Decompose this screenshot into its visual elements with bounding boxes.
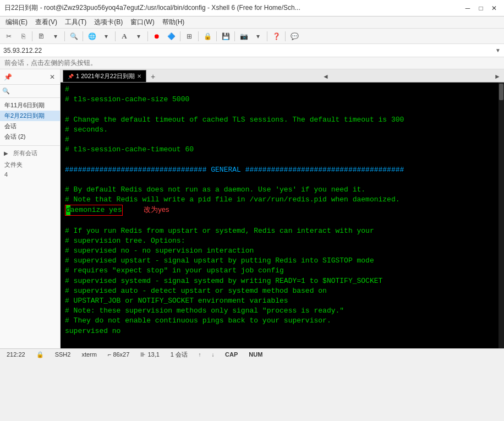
tab-nav-left[interactable]: ◄: [321, 71, 330, 82]
toolbar-btn-9[interactable]: ⊞: [183, 30, 196, 42]
terminal-container: # # tls-session-cache-size 5000 # Change…: [61, 83, 504, 348]
sidebar-item-feb[interactable]: 年2月22日到期: [0, 111, 60, 121]
window-title: 日22日到期 - root@iZwz923puo56yoq4a7egutZ:/u…: [4, 3, 462, 13]
sidebar-search-input[interactable]: [11, 88, 58, 95]
main-body: 📌 ✕ 🔍 年11月6日到期 年2月22日到期 会话 会话 (2) ▶ 所有会话…: [0, 69, 504, 348]
new-tab-button[interactable]: +: [147, 71, 158, 82]
sidebar-sessions: 年11月6日到期 年2月22日到期 会话 会话 (2): [0, 98, 60, 144]
sidebar-pin-button[interactable]: 📌: [3, 73, 12, 81]
scrollbar-thumb[interactable]: [499, 84, 503, 100]
sidebar-search-container: 🔍: [0, 85, 60, 98]
menu-bar: 编辑(E) 查看(V) 工具(T) 选项卡(B) 窗口(W) 帮助(H): [0, 17, 504, 29]
status-down-button[interactable]: ↓: [209, 350, 217, 359]
toolbar-sep-5: [147, 31, 148, 41]
sidebar-item-nov[interactable]: 年11月6日到期: [0, 100, 60, 111]
term-line-blank1: [65, 216, 494, 226]
term-line-24: # They do not enable continuous pings ba…: [65, 316, 494, 326]
daemonize-box: daemonize yes: [65, 205, 123, 216]
sidebar-folder-label: 文件夹: [0, 160, 60, 170]
status-datetime: 212:22: [3, 351, 29, 358]
toolbar-btn-2[interactable]: ⎘: [17, 30, 30, 42]
toolbar-sep-2: [64, 31, 65, 41]
toolbar-sep-9: [234, 31, 235, 41]
status-encoding: xterm: [78, 351, 100, 358]
toolbar-btn-1[interactable]: ✂: [2, 30, 15, 42]
term-line-5: # seconds.: [65, 125, 494, 135]
toolbar-btn-dropdown2[interactable]: ▾: [100, 30, 113, 42]
toolbar-sep-4: [115, 31, 116, 41]
menu-tab[interactable]: 选项卡(B): [91, 17, 126, 28]
toolbar-btn-5[interactable]: 🌐: [85, 30, 98, 42]
term-line-16: # supervision tree. Options:: [65, 236, 494, 246]
toolbar-btn-chat[interactable]: 💬: [288, 30, 301, 42]
tab-nav-right[interactable]: ►: [493, 71, 502, 82]
menu-tools[interactable]: 工具(T): [62, 17, 90, 28]
toolbar-btn-6[interactable]: A: [118, 30, 131, 42]
menu-edit[interactable]: 编辑(E): [2, 17, 31, 28]
term-line-9: ################################# GENERA…: [65, 165, 494, 175]
terminal[interactable]: # # tls-session-cache-size 5000 # Change…: [61, 83, 498, 348]
status-sessions: 1 会话: [167, 351, 191, 359]
toolbar-btn-dropdown3[interactable]: ▾: [132, 30, 145, 42]
term-line-1: #: [65, 85, 494, 95]
sidebar-expand-icon[interactable]: ▶: [2, 150, 10, 157]
toolbar-btn-4[interactable]: 🔍: [67, 30, 80, 42]
toolbar-sep-10: [267, 31, 267, 41]
term-line-7: # tls-session-cache-timeout 60: [65, 145, 494, 155]
address-dropdown[interactable]: ▼: [495, 47, 501, 53]
cursor-char: d: [66, 205, 70, 215]
status-up-button[interactable]: ↑: [195, 350, 204, 359]
tab-0[interactable]: 📌 1 2021年2月22日到期 ✕: [63, 70, 146, 82]
sidebar-expand-row: ▶ 所有会话: [0, 147, 60, 160]
menu-window[interactable]: 窗口(W): [127, 17, 157, 28]
term-line-19: # requires "expect stop" in your upstart…: [65, 266, 494, 276]
annotation-gaiweiyes: 改为yes: [144, 205, 169, 214]
sidebar-item-session2[interactable]: 会话 (2): [0, 132, 60, 142]
status-dimensions: ⌐ 86x27: [105, 351, 133, 358]
toolbar-btn-7[interactable]: ⏺: [150, 30, 163, 42]
term-line-3: [65, 105, 494, 114]
sidebar-header: 📌 ✕: [0, 69, 60, 85]
menu-view[interactable]: 查看(V): [32, 17, 61, 28]
toolbar-sep-11: [285, 31, 286, 41]
term-line-8: [65, 155, 494, 165]
tab-close-0[interactable]: ✕: [137, 73, 141, 79]
tab-pin-icon: 📌: [68, 74, 74, 79]
address-text: 35.93.212.22: [3, 47, 495, 54]
menu-help[interactable]: 帮助(H): [159, 17, 188, 28]
toolbar-btn-10[interactable]: 🔒: [201, 30, 214, 42]
minimize-button[interactable]: ─: [462, 3, 473, 13]
toolbar-sep-3: [83, 31, 83, 41]
sidebar-divider: [0, 145, 60, 146]
toolbar: ✂ ⎘ 🖹 ▾ 🔍 🌐 ▾ A ▾ ⏺ 🔷 ⊞ 🔒 💾 📷 ▾ ❓ 💬: [0, 29, 504, 44]
term-line-2: # tls-session-cache-size 5000: [65, 95, 494, 105]
hint-text: 前会话，点击左侧的箭头按钮。: [4, 58, 97, 68]
toolbar-btn-dropdown4[interactable]: ▾: [251, 30, 265, 42]
toolbar-sep-8: [216, 31, 217, 41]
sidebar-all-sessions[interactable]: 所有会话: [10, 148, 41, 158]
toolbar-btn-8[interactable]: 🔷: [165, 30, 178, 42]
toolbar-btn-camera[interactable]: 📷: [237, 30, 250, 42]
maximize-button[interactable]: □: [475, 3, 486, 13]
sidebar-close-button[interactable]: ✕: [48, 73, 57, 81]
terminal-scrollbar[interactable]: [498, 83, 504, 348]
toolbar-btn-dropdown[interactable]: ▾: [49, 30, 62, 42]
term-line-23: # Note: these supervision methods only s…: [65, 306, 494, 316]
toolbar-btn-help[interactable]: ❓: [270, 30, 283, 42]
term-line-11: # By default Redis does not run as a dae…: [65, 185, 494, 195]
term-line-blank2: [65, 336, 494, 346]
status-lock-icon: 🔒: [33, 351, 47, 358]
toolbar-btn-3[interactable]: 🖹: [35, 30, 48, 42]
sidebar-item-session[interactable]: 会话: [0, 121, 60, 132]
status-bar: 212:22 🔒 SSH2 xterm ⌐ 86x27 ⊪ 13,1 1 会话 …: [0, 348, 504, 360]
toolbar-btn-11[interactable]: 💾: [219, 30, 232, 42]
term-line-4: # Change the default timeout of cached T…: [65, 115, 494, 125]
address-bar: 35.93.212.22 ▼: [0, 44, 504, 57]
term-line-12: # Note that Redis will write a pid file …: [65, 195, 494, 205]
close-button[interactable]: ✕: [489, 3, 500, 13]
tab-bar: 📌 1 2021年2月22日到期 ✕ + ◄ ►: [61, 69, 504, 83]
term-line-daemonize: daemonize yes 改为yes: [65, 205, 494, 216]
toolbar-sep-7: [198, 31, 199, 41]
status-num: NUM: [245, 351, 266, 358]
term-line-18: # supervised upstart - signal upstart by…: [65, 256, 494, 266]
